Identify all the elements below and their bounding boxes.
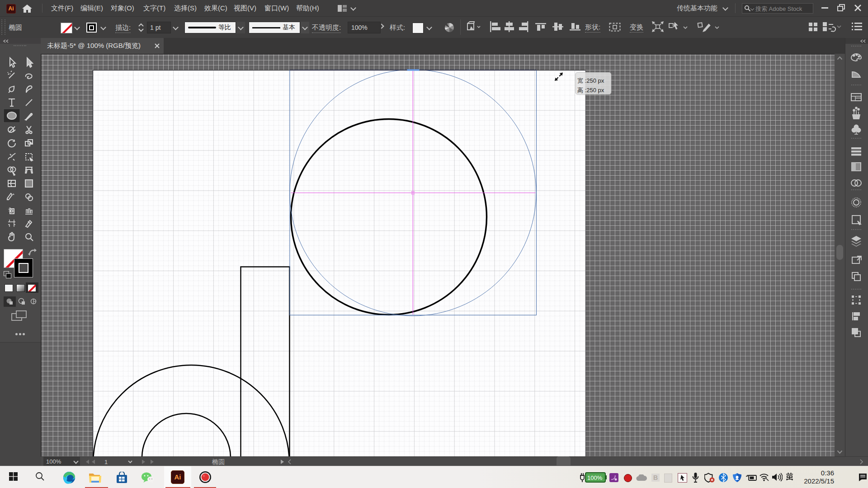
svg-text:宽 :250 px: 宽 :250 px	[577, 77, 604, 84]
svg-text:1: 1	[104, 459, 108, 465]
svg-text:100%: 100%	[587, 474, 603, 481]
svg-text:高 :250 px: 高 :250 px	[577, 87, 604, 94]
